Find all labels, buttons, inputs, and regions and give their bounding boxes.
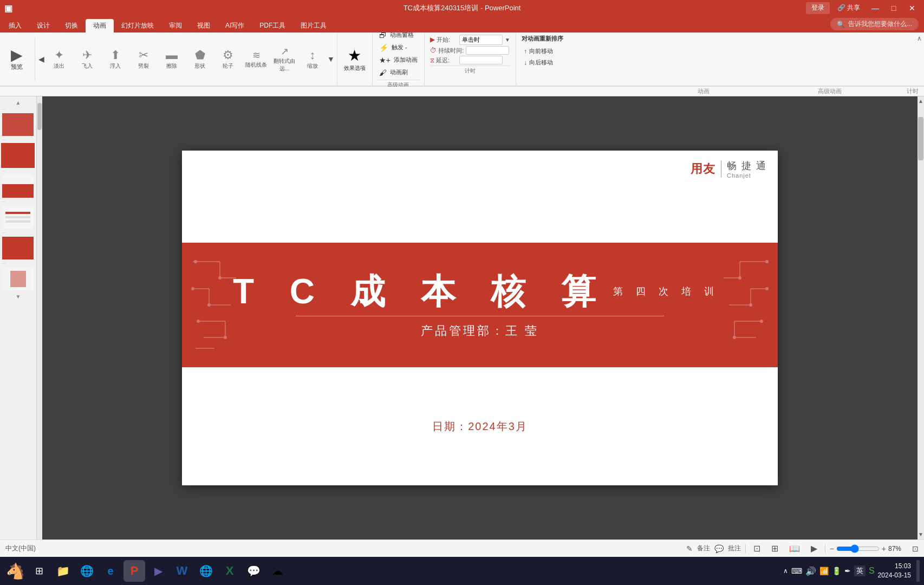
wheel-label: 轮子 xyxy=(223,62,233,70)
normal-view-button[interactable]: ⊡ xyxy=(750,542,764,555)
svg-point-29 xyxy=(765,287,769,290)
taskbar: 🐴 ⊞ 📁 🌐 e P ▶ W 🌐 X 💬 ☁ ∧ ⌨ 🔊 📶 🔋 ✒ 英 S … xyxy=(0,557,924,585)
window-controls: 登录 🔗 共享 — □ ✕ xyxy=(806,2,920,14)
tray-caret[interactable]: ∧ xyxy=(783,567,788,575)
tab-ai[interactable]: AI写作 xyxy=(218,19,252,32)
tab-view[interactable]: 视图 xyxy=(190,19,218,32)
slide-thumbnail-1[interactable] xyxy=(1,112,35,137)
taskbar-edge[interactable]: e xyxy=(100,560,121,582)
anim-flip[interactable]: ↗ 翻转式由远... xyxy=(271,43,298,75)
scrollbar-down-arrow[interactable]: ▼ xyxy=(918,530,924,540)
anim-scroll-left[interactable]: ◀ xyxy=(37,55,45,63)
main-scrollbar-vertical[interactable]: ▲ ▼ xyxy=(918,96,924,540)
preview-button[interactable]: ▶ 预览 xyxy=(3,35,30,83)
tray-wifi-icon[interactable]: 📶 xyxy=(819,567,829,575)
taskbar-app11[interactable]: ☁ xyxy=(266,560,288,582)
fit-slide-button[interactable]: ⊡ xyxy=(912,544,919,553)
panel-scroll-up[interactable]: ▲ xyxy=(1,99,35,106)
tab-picturetools[interactable]: 图片工具 xyxy=(293,19,334,32)
anim-wheel[interactable]: ⚙ 轮子 xyxy=(214,46,242,72)
add-animation-button[interactable]: ★+ 添加动画 xyxy=(377,55,420,66)
minimize-button[interactable]: — xyxy=(868,2,883,14)
taskbar-start-button[interactable]: 🐴 xyxy=(4,560,26,582)
slide-panel-scrollbar[interactable] xyxy=(37,96,42,540)
flyin-icon: ✈ xyxy=(82,48,92,62)
tab-transitions[interactable]: 切换 xyxy=(57,19,86,32)
anim-fadeout[interactable]: ✦ 淡出 xyxy=(45,46,73,72)
wipe-label: 擦除 xyxy=(166,62,177,70)
ribbon-collapse-button[interactable]: ∧ xyxy=(917,35,922,42)
taskbar-app6[interactable]: ▶ xyxy=(147,560,169,582)
shape-label: 形状 xyxy=(194,62,205,70)
status-bar-left: 中文(中国) xyxy=(5,544,36,553)
anim-floatin[interactable]: ⬆ 浮入 xyxy=(102,46,129,72)
taskbar-clock[interactable]: 15:03 2024-03-15 xyxy=(878,562,911,580)
slide-panel-scrollbar-thumb[interactable] xyxy=(37,103,42,130)
trigger-button[interactable]: ⚡ 触发 - xyxy=(377,42,420,53)
effects-options-button[interactable]: ★ 效果选项 xyxy=(342,44,368,74)
taskbar-file-manager[interactable]: 📁 xyxy=(52,560,74,582)
taskbar-word[interactable]: W xyxy=(171,560,193,582)
comments-button[interactable]: 批注 xyxy=(728,544,741,553)
maximize-button[interactable]: □ xyxy=(886,2,901,14)
login-button[interactable]: 登录 xyxy=(806,2,830,14)
timing-duration-input[interactable] xyxy=(466,46,509,55)
animation-brush-button[interactable]: 🖌 动画刷 xyxy=(377,67,420,78)
slide-thumbnail-4[interactable] xyxy=(1,205,35,230)
search-bar[interactable]: 🔍 告诉我您想要做什么... xyxy=(830,18,919,30)
timing-start-value[interactable]: 单击时 xyxy=(459,35,503,45)
tray-ime[interactable]: 英 xyxy=(854,566,866,576)
zoom-icon: ↕ xyxy=(310,48,316,62)
scrollbar-thumb[interactable] xyxy=(918,117,923,160)
slide-thumbnail-6[interactable] xyxy=(1,266,35,291)
title-bar-title: TC成本核算240315培训 - PowerPoint xyxy=(404,3,521,13)
anim-wipe[interactable]: ▬ 擦除 xyxy=(158,46,185,72)
zoom-slider[interactable] xyxy=(836,544,880,553)
reading-view-button[interactable]: 📖 xyxy=(786,542,803,555)
slideshow-view-button[interactable]: ▶ xyxy=(808,542,821,555)
tab-slideshow[interactable]: 幻灯片放映 xyxy=(114,19,161,32)
anim-random-bars[interactable]: ≋ 随机线条 xyxy=(243,47,270,71)
slide-thumbnail-5[interactable] xyxy=(1,236,35,261)
search-icon: 🔍 xyxy=(837,21,845,28)
anim-shape[interactable]: ⬟ 形状 xyxy=(186,46,213,72)
slide-thumbnail-3[interactable] xyxy=(1,174,35,199)
anim-scroll-right[interactable]: ▼ xyxy=(326,55,336,63)
close-button[interactable]: ✕ xyxy=(905,2,920,14)
taskbar-excel[interactable]: X xyxy=(219,560,240,582)
slide-canvas[interactable]: 用友 畅 捷 通 Chanjet xyxy=(182,151,778,485)
timing-start-label: ▶ 开始: xyxy=(430,36,457,44)
slide-sorter-button[interactable]: ⊞ xyxy=(768,542,782,555)
tray-speaker-icon[interactable]: 🔊 xyxy=(805,566,816,576)
scrollbar-up-arrow[interactable]: ▲ xyxy=(918,96,924,106)
zoom-control: − + 87% xyxy=(830,544,908,553)
notes-button[interactable]: 备注 xyxy=(697,544,710,553)
panel-scroll-down[interactable]: ▼ xyxy=(1,292,35,300)
taskbar-app8[interactable]: 🌐 xyxy=(195,560,217,582)
taskbar-powerpoint[interactable]: P xyxy=(123,560,145,582)
timing-group-label: 计时 xyxy=(430,66,510,75)
tab-review[interactable]: 审阅 xyxy=(161,19,190,32)
notes-icon: ✎ xyxy=(686,544,693,553)
anim-zoom[interactable]: ↕ 缩放 xyxy=(299,46,326,72)
anim-split[interactable]: ✂ 劈裂 xyxy=(130,46,157,72)
zoom-percentage: 87% xyxy=(888,545,908,552)
move-backward-button[interactable]: ↓ 向后移动 xyxy=(522,57,563,68)
zoom-in-button[interactable]: + xyxy=(882,544,886,553)
move-forward-button[interactable]: ↑ 向前移动 xyxy=(522,46,563,56)
taskbar-chrome[interactable]: 🌐 xyxy=(76,560,97,582)
share-button[interactable]: 🔗 共享 xyxy=(833,2,864,14)
anim-flyin[interactable]: ✈ 飞入 xyxy=(74,46,101,72)
timing-delay-input[interactable] xyxy=(459,56,503,64)
slide-divider xyxy=(296,316,664,316)
taskbar-task-view[interactable]: ⊞ xyxy=(28,560,50,582)
zoom-out-button[interactable]: − xyxy=(830,544,834,553)
tab-pdf[interactable]: PDF工具 xyxy=(252,19,293,32)
tab-insert[interactable]: 插入 xyxy=(1,19,29,32)
tab-animations[interactable]: 动画 xyxy=(86,19,114,32)
taskbar-wechat[interactable]: 💬 xyxy=(243,560,264,582)
slide-thumbnail-2[interactable] xyxy=(1,143,35,168)
show-desktop-button[interactable] xyxy=(916,560,920,582)
tab-design[interactable]: 设计 xyxy=(29,19,57,32)
timing-duration-row: ⏱ 持续时间: xyxy=(430,46,510,55)
